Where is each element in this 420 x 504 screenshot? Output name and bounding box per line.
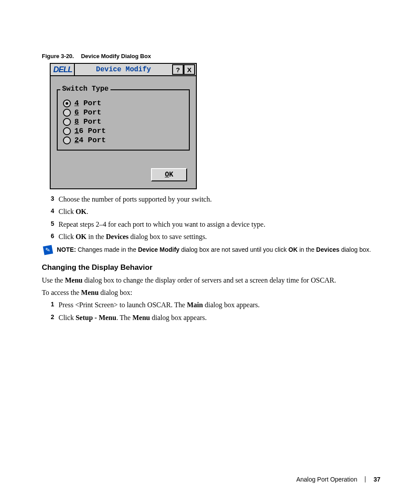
steps-list-2: 1 Press <Print Screen> to launch OSCAR. …: [44, 300, 380, 323]
note-icon: ✎: [42, 246, 57, 254]
radio-4-port[interactable]: 4 Port: [63, 99, 184, 107]
dialog-body: Switch Type 4 Port 6 Port 8 Port 16 Port: [51, 76, 196, 188]
radio-icon: [63, 109, 71, 117]
step-5: 5 Repeat steps 2–4 for each port to whic…: [44, 220, 380, 229]
step-6: 6 Click OK in the Devices dialog box to …: [44, 232, 380, 242]
close-button[interactable]: X: [184, 64, 195, 75]
page-footer: Analog Port Operation 37: [296, 476, 380, 483]
radio-label: 16 Port: [74, 127, 106, 135]
radio-icon: [63, 136, 71, 144]
footer-divider: [365, 476, 365, 482]
footer-section: Analog Port Operation: [296, 476, 357, 483]
radio-label: 4 Port: [74, 99, 101, 107]
switch-type-group: Switch Type 4 Port 6 Port 8 Port 16 Port: [57, 89, 190, 151]
paragraph-1: Use the Menu dialog box to change the di…: [42, 276, 380, 285]
steps-list-1: 3 Choose the number of ports supported b…: [44, 195, 380, 242]
radio-icon: [63, 127, 71, 135]
paragraph-2: To access the Menu dialog box:: [42, 288, 380, 298]
figure-number: Figure 3-20.: [42, 53, 74, 59]
step-4: 4 Click OK.: [44, 207, 380, 217]
step-3: 3 Choose the number of ports supported b…: [44, 195, 380, 204]
device-modify-dialog: DELL Device Modify ? X Switch Type 4 Por…: [50, 63, 197, 189]
radio-label: 8 Port: [74, 118, 101, 126]
radio-label: 6 Port: [74, 108, 101, 117]
radio-label: 24 Port: [74, 136, 106, 144]
radio-8-port[interactable]: 8 Port: [63, 118, 184, 126]
step-2: 2 Click Setup - Menu. The Menu dialog bo…: [44, 313, 380, 323]
group-label: Switch Type: [60, 85, 111, 93]
page-number: 37: [373, 476, 380, 483]
figure-caption: Figure 3-20.Device Modify Dialog Box: [42, 53, 380, 59]
radio-16-port[interactable]: 16 Port: [63, 127, 184, 135]
figure-title: Device Modify Dialog Box: [81, 53, 151, 59]
radio-icon: [63, 99, 71, 107]
radio-6-port[interactable]: 6 Port: [63, 108, 184, 117]
step-1: 1 Press <Print Screen> to launch OSCAR. …: [44, 300, 380, 310]
radio-24-port[interactable]: 24 Port: [63, 136, 184, 144]
note-block: ✎ NOTE: Changes made in the Device Modif…: [42, 246, 380, 254]
help-button[interactable]: ?: [172, 64, 184, 75]
ok-button[interactable]: OK: [151, 168, 187, 181]
radio-icon: [63, 118, 71, 126]
dialog-titlebar: DELL Device Modify ? X: [51, 64, 196, 76]
note-text: NOTE: Changes made in the Device Modify …: [57, 246, 371, 254]
heading-changing-display-behavior: Changing the Display Behavior: [42, 263, 380, 272]
dell-logo: DELL: [52, 64, 75, 75]
dialog-title: Device Modify: [75, 66, 172, 74]
